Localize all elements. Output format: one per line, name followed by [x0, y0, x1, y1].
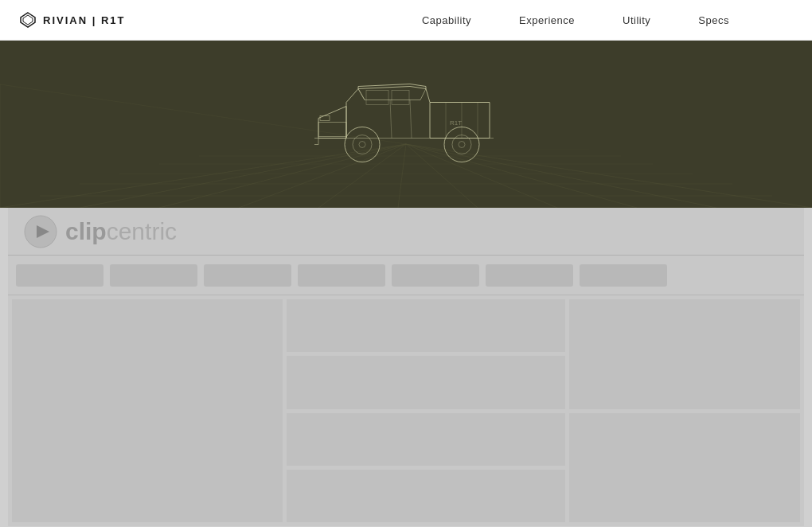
content-area: clipcentric	[0, 208, 812, 527]
tab-2[interactable]	[110, 264, 197, 287]
tab-6[interactable]	[486, 264, 573, 287]
navbar: RIVIAN | R1T Capability Experience Utili…	[0, 0, 812, 41]
grid-center-item-3	[287, 413, 565, 466]
tab-4[interactable]	[298, 264, 385, 287]
main-nav: Capability Experience Utility Specs	[422, 14, 729, 26]
clip-text: clip	[65, 218, 107, 244]
brand-logo[interactable]: RIVIAN | R1T	[19, 11, 125, 29]
svg-rect-37	[392, 91, 409, 105]
clipcentric-header: clipcentric	[8, 208, 804, 256]
svg-line-35	[410, 100, 412, 139]
svg-marker-1	[23, 15, 33, 25]
svg-point-32	[459, 142, 465, 148]
clipcentric-name: clipcentric	[65, 218, 177, 245]
grid-content	[8, 295, 804, 526]
truck-illustration: R1T	[279, 57, 533, 192]
svg-line-34	[390, 100, 392, 139]
tab-3[interactable]	[204, 264, 291, 287]
grid-left-cell	[12, 299, 283, 522]
truck-svg: R1T	[279, 57, 533, 192]
rivian-logo-icon	[19, 11, 37, 29]
svg-point-29	[359, 142, 365, 148]
nav-item-capability[interactable]: Capability	[422, 14, 471, 26]
tab-1[interactable]	[16, 264, 103, 287]
grid-center-item-4	[287, 470, 565, 522]
clipcentric-logo: clipcentric	[24, 215, 177, 248]
nav-item-utility[interactable]: Utility	[623, 14, 650, 26]
grid-center-item-2	[287, 356, 565, 408]
svg-point-27	[345, 127, 380, 162]
grid-right-column	[569, 299, 800, 522]
svg-text:R1T: R1T	[450, 119, 462, 127]
clipcentric-panel: clipcentric	[8, 208, 804, 526]
brand-name: RIVIAN | R1T	[43, 14, 125, 26]
centric-text: centric	[107, 218, 177, 244]
grid-right-item-1	[569, 299, 800, 409]
svg-rect-36	[366, 91, 388, 105]
nav-item-experience[interactable]: Experience	[519, 14, 575, 26]
nav-item-specs[interactable]: Specs	[698, 14, 729, 26]
grid-center-column	[287, 299, 565, 522]
hero-section: R1T	[0, 41, 812, 208]
svg-line-23	[358, 89, 365, 100]
tab-5[interactable]	[392, 264, 479, 287]
tabs-bar	[8, 256, 804, 295]
tab-7[interactable]	[580, 264, 667, 287]
grid-center-item-1	[287, 299, 565, 352]
grid-right-item-2	[569, 413, 800, 523]
svg-rect-25	[318, 123, 346, 137]
clipcentric-play-icon	[24, 215, 57, 248]
